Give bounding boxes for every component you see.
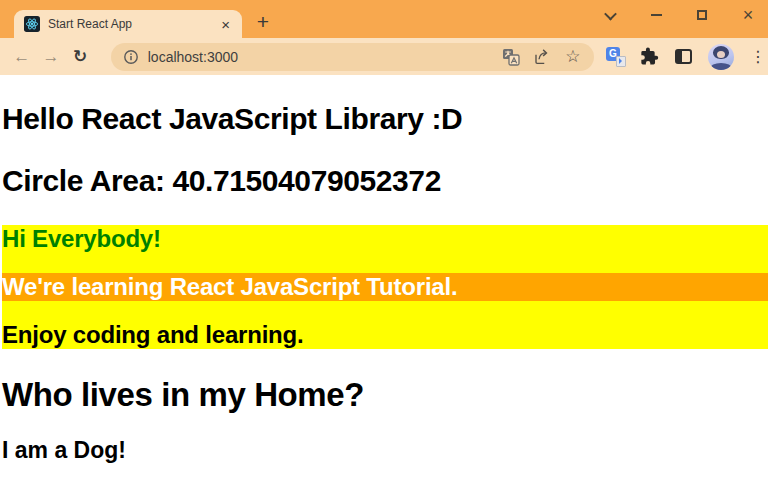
- bookmark-star-icon[interactable]: ☆: [564, 48, 582, 66]
- browser-toolbar: ← → ↻ localhost:3000: [0, 38, 768, 75]
- window-close-button[interactable]: ×: [738, 5, 758, 25]
- window-chevron-icon[interactable]: [600, 5, 620, 25]
- window-maximize-button[interactable]: [692, 5, 712, 25]
- browser-menu-dots-icon[interactable]: ⋮: [748, 47, 768, 67]
- site-info-icon[interactable]: [123, 49, 139, 65]
- share-icon[interactable]: [533, 48, 551, 66]
- reload-button[interactable]: ↻: [69, 44, 92, 70]
- yellow-banner: Hi Everybody! We're learning React JavaS…: [2, 225, 768, 349]
- toolbar-extensions-area: G ⋮: [606, 44, 768, 70]
- avatar-body: [710, 63, 732, 70]
- url-text: localhost:3000: [148, 49, 238, 65]
- extensions-puzzle-icon[interactable]: [640, 47, 660, 67]
- window-controls: ×: [600, 3, 758, 27]
- react-favicon-icon: [24, 16, 40, 32]
- window-minimize-button[interactable]: [646, 5, 666, 25]
- new-tab-button[interactable]: +: [250, 9, 276, 35]
- address-bar[interactable]: localhost:3000: [111, 43, 594, 71]
- side-panel-icon[interactable]: [674, 47, 694, 67]
- google-translate-extension-icon[interactable]: G: [606, 47, 626, 67]
- banner-hi-everybody: Hi Everybody!: [2, 225, 768, 253]
- address-bar-actions: ☆: [502, 48, 582, 66]
- heading-who-lives: Who lives in my Home?: [2, 375, 768, 414]
- heading-i-am-a-dog: I am a Dog!: [2, 437, 768, 463]
- back-button[interactable]: ←: [10, 44, 33, 70]
- heading-hello-react: Hello React JavaScript Library :D: [2, 101, 768, 137]
- banner-learning-react: We're learning React JavaScript Tutorial…: [2, 273, 768, 301]
- browser-tab[interactable]: Start React App ×: [14, 10, 242, 38]
- page-content: Hello React JavaScript Library :D Circle…: [0, 75, 768, 498]
- profile-avatar[interactable]: [708, 44, 734, 70]
- heading-circle-area: Circle Area: 40.71504079052372: [2, 163, 768, 199]
- tab-title: Start React App: [48, 17, 217, 31]
- translate-page-icon[interactable]: [502, 48, 520, 66]
- forward-button[interactable]: →: [39, 44, 62, 70]
- tab-close-icon[interactable]: ×: [217, 15, 234, 34]
- avatar-face: [717, 51, 725, 58]
- banner-enjoy-coding: Enjoy coding and learning.: [2, 321, 768, 349]
- browser-window: Start React App × + × ← → ↻ localhost:30…: [0, 0, 768, 498]
- tab-strip: Start React App × + ×: [0, 0, 768, 38]
